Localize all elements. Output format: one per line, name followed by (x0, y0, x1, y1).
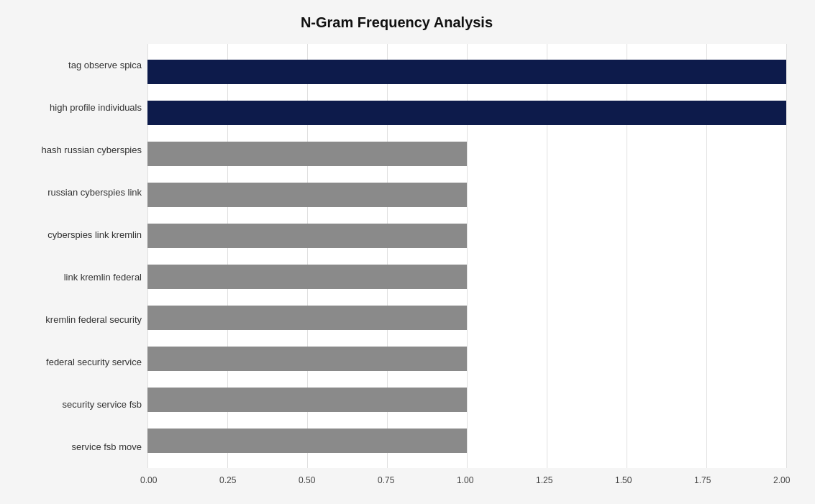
bar-row (147, 303, 786, 333)
y-label: cyberspies link kremlin (7, 216, 142, 254)
bar-row (147, 221, 786, 251)
x-tick: 0.50 (299, 475, 315, 485)
y-label: link kremlin federal (7, 259, 142, 296)
bar (147, 224, 467, 248)
bar (147, 347, 467, 371)
y-label: tag observe spica (7, 47, 142, 84)
x-tick: 1.00 (457, 475, 473, 485)
x-tick: 1.75 (694, 475, 711, 485)
chart-container: N-Gram Frequency Analysis tag observe sp… (0, 0, 815, 504)
x-tick: 2.00 (773, 475, 790, 485)
y-label: russian cyberspies link (7, 174, 142, 211)
bar-row (147, 57, 786, 87)
bar (147, 306, 467, 330)
y-labels: tag observe spicahigh profile individual… (7, 44, 147, 468)
bar (147, 388, 467, 412)
y-label: service fsb move (7, 429, 142, 466)
bars-and-grid (147, 44, 786, 468)
x-tick: 0.25 (219, 475, 236, 485)
bar-row (147, 344, 786, 374)
bar (147, 142, 467, 166)
bar-row (147, 139, 786, 169)
bars-container (147, 44, 786, 468)
x-tick: 1.25 (536, 475, 552, 485)
x-tick: 0.00 (140, 475, 157, 485)
bar (147, 60, 786, 84)
y-label: security service fsb (7, 386, 142, 423)
bar-row (147, 426, 786, 456)
bar (147, 429, 467, 453)
x-tick: 0.75 (378, 475, 394, 485)
y-label: high profile individuals (7, 89, 142, 127)
y-label: federal security service (7, 344, 142, 381)
bar (147, 101, 786, 125)
chart-area: tag observe spicahigh profile individual… (7, 44, 786, 468)
y-label: kremlin federal security (7, 301, 142, 339)
bar-row (147, 262, 786, 292)
bar-row (147, 180, 786, 210)
chart-title: N-Gram Frequency Analysis (7, 14, 786, 31)
x-axis: 0.000.250.500.751.001.251.501.752.00 (153, 472, 786, 490)
grid-line (786, 44, 787, 468)
y-label: hash russian cyberspies (7, 132, 142, 169)
bar-row (147, 98, 786, 128)
bar (147, 265, 467, 289)
bar-row (147, 385, 786, 415)
x-tick: 1.50 (615, 475, 632, 485)
bar (147, 183, 467, 207)
